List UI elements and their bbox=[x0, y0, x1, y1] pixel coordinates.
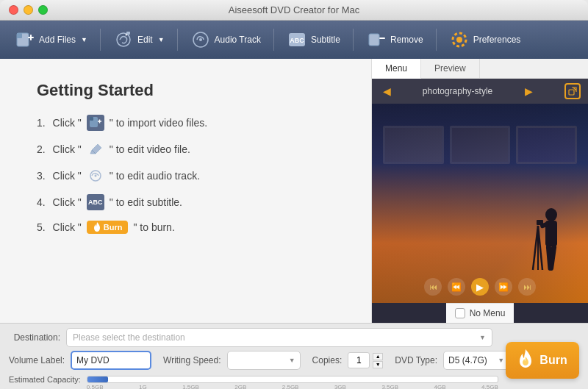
step-5-burn-badge: Burn bbox=[87, 221, 129, 234]
destination-label: Destination: bbox=[9, 332, 60, 343]
nav-style-title: photography-style bbox=[423, 86, 492, 96]
preferences-icon bbox=[449, 29, 470, 50]
copies-label: Copies: bbox=[312, 355, 343, 365]
export-preview-button[interactable] bbox=[564, 83, 581, 99]
title-bar: Aiseesoft DVD Creator for Mac bbox=[0, 0, 588, 21]
tick-4: 2.5GB bbox=[282, 384, 299, 389]
dvd-type-select[interactable]: D5 (4.7G) ▼ bbox=[443, 351, 509, 370]
prev-style-button[interactable]: ◀ bbox=[379, 84, 394, 99]
close-button[interactable] bbox=[9, 5, 18, 15]
left-panel: Getting Started 1. Click " " to import v… bbox=[0, 59, 371, 323]
photographer-silhouette bbox=[526, 204, 577, 285]
menu-tab[interactable]: Menu bbox=[372, 59, 421, 79]
tick-5: 3GB bbox=[334, 384, 346, 389]
preview-tab[interactable]: Preview bbox=[421, 59, 480, 78]
volume-label: Volume Label: bbox=[9, 355, 65, 365]
step-4-pre: Click " bbox=[50, 196, 82, 208]
main-content: Getting Started 1. Click " " to import v… bbox=[0, 59, 588, 323]
preview-area: ◀ photography-style ▶ bbox=[372, 79, 588, 323]
toolbar-separator-1 bbox=[100, 29, 101, 51]
copies-input[interactable] bbox=[348, 352, 370, 368]
toolbar-separator-3 bbox=[273, 29, 274, 51]
estimated-capacity-label: Estimated Capacity: bbox=[9, 375, 81, 384]
add-files-label: Add Files bbox=[39, 35, 76, 45]
edit-label: Edit bbox=[137, 35, 153, 45]
preview-nav: ◀ photography-style ▶ bbox=[372, 79, 588, 104]
svg-rect-16 bbox=[90, 117, 93, 121]
audio-track-icon bbox=[190, 29, 211, 50]
writing-speed-arrow-icon: ▼ bbox=[289, 357, 295, 364]
tick-1: 1G bbox=[139, 384, 147, 389]
add-files-arrow: ▼ bbox=[81, 36, 87, 43]
svg-rect-1 bbox=[17, 33, 22, 38]
svg-rect-22 bbox=[569, 90, 574, 95]
step-1-pre: Click " bbox=[50, 117, 82, 129]
svg-point-23 bbox=[545, 208, 557, 221]
step-3-post: " to edit audio track. bbox=[110, 170, 200, 182]
minimize-button[interactable] bbox=[24, 5, 33, 15]
tick-8: 4.5GB bbox=[481, 384, 498, 389]
step-2-icon bbox=[87, 141, 104, 157]
volume-input[interactable] bbox=[71, 351, 151, 370]
playback-controls: ⏮ ⏪ ▶ ⏩ ⏭ bbox=[372, 278, 588, 296]
edit-button[interactable]: Edit ▼ bbox=[106, 26, 172, 54]
skip-back-button[interactable]: ⏮ bbox=[424, 278, 442, 296]
tick-2: 1.5GB bbox=[182, 384, 199, 389]
toolbar-separator-2 bbox=[177, 29, 178, 51]
writing-speed-select[interactable]: ▼ bbox=[227, 351, 301, 370]
fast-forward-button[interactable]: ⏩ bbox=[495, 278, 512, 296]
copies-spinner-buttons: ▲ ▼ bbox=[373, 353, 383, 368]
no-menu-checkbox[interactable] bbox=[455, 308, 465, 318]
step-1-post: " to import video files. bbox=[110, 117, 207, 129]
right-panel: Menu Preview ◀ photography-style ▶ bbox=[371, 59, 588, 323]
svg-rect-6 bbox=[126, 32, 130, 35]
add-files-icon bbox=[15, 29, 35, 50]
svg-text:ABC: ABC bbox=[290, 37, 304, 44]
next-style-button[interactable]: ▶ bbox=[521, 84, 536, 99]
subtitle-button[interactable]: ABC Subtitle bbox=[279, 26, 348, 54]
svg-point-13 bbox=[456, 37, 462, 43]
add-files-button[interactable]: Add Files ▼ bbox=[7, 26, 95, 54]
remove-icon bbox=[366, 29, 387, 50]
dvd-type-label: DVD Type: bbox=[395, 355, 437, 365]
skip-forward-button[interactable]: ⏭ bbox=[518, 278, 536, 296]
burn-flame-icon bbox=[517, 349, 534, 372]
step-2-pre: Click " bbox=[50, 143, 82, 155]
no-menu-row: No Menu bbox=[446, 303, 514, 323]
play-button[interactable]: ▶ bbox=[471, 278, 489, 296]
preferences-button[interactable]: Preferences bbox=[442, 26, 528, 54]
maximize-button[interactable] bbox=[38, 5, 48, 15]
writing-speed-label: Writing Speed: bbox=[163, 355, 221, 365]
destination-dropdown[interactable]: Please select the destination ▼ bbox=[66, 328, 492, 347]
step-3-pre: Click " bbox=[50, 170, 82, 182]
svg-rect-28 bbox=[537, 220, 543, 225]
toolbar-separator-5 bbox=[436, 29, 437, 51]
burn-button[interactable]: Burn bbox=[506, 342, 579, 379]
bottom-bar: Destination: Please select the destinati… bbox=[0, 323, 588, 389]
remove-button[interactable]: Remove bbox=[359, 26, 431, 54]
step-2: 2. Click " " to edit video file. bbox=[37, 141, 349, 157]
dvd-type-value: D5 (4.7G) bbox=[448, 355, 487, 365]
burn-button-label: Burn bbox=[539, 354, 567, 367]
dvd-type-arrow-icon: ▼ bbox=[498, 357, 504, 364]
window-title: Aiseesoft DVD Creator for Mac bbox=[229, 4, 359, 15]
audio-track-label: Audio Track bbox=[215, 35, 261, 45]
step-4: 4. Click " ABC " to edit subtitle. bbox=[37, 194, 349, 210]
toolbar: Add Files ▼ Edit ▼ Audio Track bbox=[0, 21, 588, 59]
step-list: 1. Click " " to import video files. 2. C… bbox=[37, 115, 349, 234]
audio-track-button[interactable]: Audio Track bbox=[183, 26, 268, 54]
copies-increment-button[interactable]: ▲ bbox=[373, 353, 383, 360]
preferences-label: Preferences bbox=[473, 35, 521, 45]
getting-started-title: Getting Started bbox=[37, 81, 349, 100]
copies-decrement-button[interactable]: ▼ bbox=[373, 361, 383, 368]
capacity-row: Estimated Capacity: 0.5GB 1G 1.5GB 2GB 2… bbox=[9, 375, 579, 384]
remove-label: Remove bbox=[390, 35, 423, 45]
no-menu-label: No Menu bbox=[470, 308, 506, 318]
rewind-button[interactable]: ⏪ bbox=[448, 278, 465, 296]
svg-rect-11 bbox=[369, 34, 379, 46]
options-row: Volume Label: Writing Speed: ▼ Copies: ▲… bbox=[9, 351, 579, 370]
capacity-bar bbox=[87, 376, 108, 382]
edit-arrow: ▼ bbox=[158, 36, 165, 43]
step-1-num: 1. bbox=[37, 117, 46, 129]
step-1-icon bbox=[87, 115, 104, 131]
